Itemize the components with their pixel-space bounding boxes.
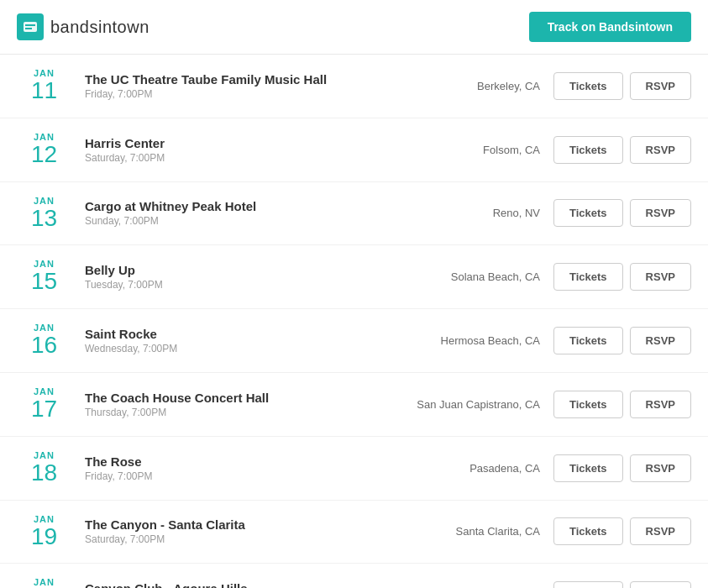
page-wrapper: bandsintown Track on Bandsintown JAN 11 … (0, 0, 708, 588)
svg-rect-0 (24, 22, 37, 32)
event-day-time: Friday, 7:00PM (85, 470, 384, 482)
event-day-time: Sunday, 7:00PM (85, 215, 384, 227)
event-location: San Juan Capistrano, CA (397, 398, 540, 411)
event-date: JAN 16 (17, 323, 71, 359)
event-actions: Tickets RSVP (553, 454, 691, 482)
event-date: JAN 17 (17, 386, 71, 423)
event-date: JAN 19 (17, 514, 71, 550)
tickets-button[interactable]: Tickets (553, 454, 623, 482)
event-row: JAN 19 The Canyon - Santa Clarita Saturd… (0, 501, 708, 564)
tickets-button[interactable]: Tickets (553, 72, 623, 100)
track-button[interactable]: Track on Bandsintown (529, 12, 691, 42)
rsvp-button[interactable]: RSVP (630, 327, 691, 354)
event-venue-col: The UC Theatre Taube Family Music Hall F… (71, 72, 397, 100)
event-location: Solana Beach, CA (397, 270, 540, 283)
event-row: JAN 18 The Rose Friday, 7:00PM Pasadena,… (0, 437, 708, 501)
event-day: 15 (17, 269, 71, 295)
rsvp-button[interactable]: RSVP (630, 72, 691, 100)
tickets-button[interactable]: Tickets (553, 136, 623, 164)
event-day: 13 (17, 206, 71, 232)
event-venue-name: Belly Up (85, 263, 384, 277)
event-day-time: Saturday, 7:00PM (85, 533, 384, 545)
event-venue-name: Canyon Club - Agoura Hills (85, 581, 384, 588)
event-day-time: Friday, 7:00PM (85, 88, 384, 100)
event-row: JAN 16 Saint Rocke Wednesday, 7:00PM Her… (0, 309, 708, 373)
rsvp-button[interactable]: RSVP (630, 454, 691, 482)
event-row: JAN 15 Belly Up Tuesday, 7:00PM Solana B… (0, 245, 708, 309)
tickets-button[interactable]: Tickets (553, 517, 623, 545)
event-row: JAN 11 The UC Theatre Taube Family Music… (0, 55, 708, 118)
svg-rect-1 (25, 24, 35, 26)
event-day-time: Thursday, 7:00PM (85, 407, 384, 418)
event-venue-name: Harris Center (85, 136, 384, 150)
event-venue-name: The Rose (85, 454, 384, 469)
header: bandsintown Track on Bandsintown (0, 0, 708, 55)
event-day: 11 (17, 78, 71, 104)
event-date: JAN 13 (17, 196, 71, 232)
tickets-button[interactable]: Tickets (553, 199, 623, 227)
event-day: 18 (17, 460, 71, 486)
event-venue-name: Cargo at Whitney Peak Hotel (85, 199, 384, 213)
events-list: JAN 11 The UC Theatre Taube Family Music… (0, 55, 708, 588)
event-date: JAN 11 (17, 68, 71, 104)
event-venue-name: The Canyon - Santa Clarita (85, 517, 384, 532)
event-venue-col: The Canyon - Santa Clarita Saturday, 7:0… (71, 517, 397, 545)
event-venue-col: The Rose Friday, 7:00PM (71, 454, 397, 482)
event-day-time: Wednesday, 7:00PM (85, 343, 384, 354)
event-venue-col: Cargo at Whitney Peak Hotel Sunday, 7:00… (71, 199, 397, 227)
event-location: Hermosa Beach, CA (397, 334, 540, 347)
event-day: 12 (17, 142, 71, 168)
tickets-button[interactable]: Tickets (553, 327, 623, 354)
event-row: JAN 17 The Coach House Concert Hall Thur… (0, 373, 708, 437)
event-date: JAN 12 (17, 132, 71, 168)
event-date: JAN 15 (17, 259, 71, 295)
rsvp-button[interactable]: RSVP (630, 391, 691, 418)
event-venue-name: The UC Theatre Taube Family Music Hall (85, 72, 384, 87)
event-actions: Tickets RSVP (553, 327, 691, 354)
event-venue-name: Saint Rocke (85, 327, 384, 341)
event-actions: Tickets RSVP (553, 199, 691, 227)
event-actions: Tickets RSVP (553, 391, 691, 418)
event-actions: Tickets RSVP (553, 72, 691, 100)
event-day: 19 (17, 524, 71, 550)
event-location: Berkeley, CA (397, 80, 540, 92)
event-month: JAN (17, 196, 71, 206)
logo: bandsintown (17, 13, 149, 40)
event-date: JAN 20 (17, 577, 71, 588)
event-day-time: Saturday, 7:00PM (85, 152, 384, 164)
event-venue-col: Harris Center Saturday, 7:00PM (71, 136, 397, 164)
event-venue-col: Canyon Club - Agoura Hills Sunday, 7:00P… (71, 581, 397, 588)
event-month: JAN (17, 450, 71, 460)
event-location: Reno, NV (397, 207, 540, 219)
tickets-button[interactable]: Tickets (553, 263, 623, 291)
event-month: JAN (17, 132, 71, 142)
event-actions: Tickets RSVP (553, 136, 691, 164)
tickets-button[interactable]: Tickets (553, 391, 623, 418)
rsvp-button[interactable]: RSVP (630, 199, 691, 227)
rsvp-button[interactable]: RSVP (630, 517, 691, 545)
svg-rect-2 (25, 28, 32, 29)
event-location: Pasadena, CA (397, 462, 540, 475)
event-actions: Tickets RSVP (553, 581, 691, 588)
event-venue-col: The Coach House Concert Hall Thursday, 7… (71, 391, 397, 418)
event-location: Santa Clarita, CA (397, 525, 540, 538)
logo-icon (17, 13, 44, 40)
logo-svg (22, 18, 39, 35)
event-venue-name: The Coach House Concert Hall (85, 391, 384, 405)
event-location: Folsom, CA (397, 144, 540, 156)
rsvp-button[interactable]: RSVP (630, 263, 691, 291)
rsvp-button[interactable]: RSVP (630, 581, 691, 588)
event-day: 16 (17, 333, 71, 359)
tickets-button[interactable]: Tickets (553, 581, 623, 588)
rsvp-button[interactable]: RSVP (630, 136, 691, 164)
event-actions: Tickets RSVP (553, 263, 691, 291)
event-row: JAN 12 Harris Center Saturday, 7:00PM Fo… (0, 118, 708, 182)
event-row: JAN 20 Canyon Club - Agoura Hills Sunday… (0, 564, 708, 588)
event-day: 17 (17, 396, 71, 423)
event-row: JAN 13 Cargo at Whitney Peak Hotel Sunda… (0, 182, 708, 246)
logo-text: bandsintown (50, 18, 149, 37)
event-month: JAN (17, 514, 71, 524)
event-date: JAN 18 (17, 450, 71, 486)
event-actions: Tickets RSVP (553, 517, 691, 545)
event-venue-col: Saint Rocke Wednesday, 7:00PM (71, 327, 397, 354)
